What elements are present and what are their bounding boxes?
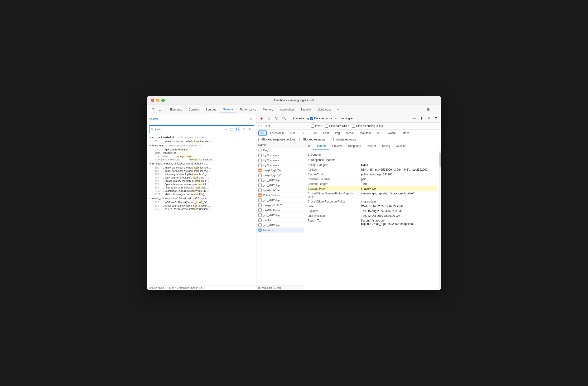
blocked-requests-checkbox[interactable] [299,138,302,141]
network-item-10[interactable]: gen_204?atyp... [256,198,304,203]
type-tab-js[interactable]: JS [311,130,320,136]
blocked-requests-label[interactable]: Blocked requests [299,138,325,141]
filter-button[interactable] [273,115,280,121]
network-settings-icon[interactable]: ⚙ [433,115,439,121]
disable-cache-checkbox[interactable] [310,117,313,120]
minimize-button[interactable] [156,99,160,102]
network-item-favicon[interactable]: G favicon.ico [256,228,304,233]
search-network-button[interactable]: 🔍 [281,115,287,121]
result-line[interactable]: 450 ...mark canonical cite help icon lic… [151,166,256,169]
type-tab-ws[interactable]: WS [374,130,384,136]
tab-sources[interactable]: Sources [203,107,219,112]
inspect-element-icon[interactable]: ⬚ [149,106,156,113]
tab-application[interactable]: Application [277,107,297,112]
preserve-log-label[interactable]: Preserve log [289,117,309,120]
result-line[interactable]: x-google-scs-row-key: /favicon.ico:stati… [151,158,256,161]
network-item-14[interactable]: m=hfcr [256,218,304,223]
network-item-8[interactable]: hpba?vet=10ah... [256,188,304,193]
type-tab-doc[interactable]: Doc [288,130,298,136]
type-tab-manifest[interactable]: Manifest [357,130,373,136]
invert-label[interactable]: Invert [311,124,322,128]
result-line[interactable]: 460 ...mark canonical cite help icon lic… [151,169,256,172]
hide-extension-urls-label[interactable]: Hide extension URLs [352,124,383,128]
hide-data-urls-label[interactable]: Hide data URLs [325,124,349,128]
throttle-select[interactable]: No throttling [334,116,354,120]
network-item-1[interactable]: log?format=jso... [256,153,304,158]
result-line[interactable]: 754 ..."semantic-path-dialog.sp-icon-cli… [151,186,256,189]
type-tab-font[interactable]: Font [321,130,332,136]
hide-extension-urls-checkbox[interactable] [352,125,355,128]
tab-network[interactable]: Network [220,107,236,112]
filter-input[interactable] [264,124,304,128]
hide-data-urls-checkbox[interactable] [325,125,328,128]
clear-search-button[interactable]: ⊗ [223,127,229,132]
case-sensitive-toggle[interactable]: Aa [235,127,240,132]
more-options-icon[interactable]: ⋮ [433,106,439,113]
type-tab-img[interactable]: Img [333,130,342,136]
result-file-header-1[interactable]: ▼ cb=gapi.loaded_0 — apis.google.com/_sc… [147,135,256,140]
blocked-response-checkbox[interactable] [258,138,261,141]
tab-memory[interactable]: Memory [260,107,276,112]
tab-elements[interactable]: Elements [167,107,185,112]
settings-icon[interactable]: ⚙ [425,106,432,113]
result-file-header-4[interactable]: ▼ m=sb_wiz,aa,abd,sy12d,sytt,sytp,sy12c,… [147,196,256,201]
search-input[interactable] [155,128,222,131]
search-close-button[interactable]: ✕ [248,116,254,122]
type-tab-media[interactable]: Media [343,130,357,136]
stop-button[interactable]: ⊘ [266,115,272,121]
disable-cache-label[interactable]: Disable cache [310,117,332,120]
network-conditions-icon[interactable] [412,115,418,121]
maximize-button[interactable] [161,99,165,102]
type-tab-css[interactable]: CSS [299,130,310,136]
record-button[interactable]: ⏺ [258,115,265,121]
network-item-6[interactable]: gen_204?atyp... [256,178,304,183]
type-tab-all[interactable]: All [258,130,267,136]
result-line[interactable]: 2151 ...d=function(a){var b=this.icon.Eb… [151,193,256,196]
detail-tab-initiator[interactable]: Initiator [364,142,379,150]
result-line[interactable]: 404 ...jpeg|jpg|png|tiff|webp|x-icon);ba… [151,204,256,207]
blocked-response-label[interactable]: Blocked response cookies [258,138,295,141]
result-line[interactable]: 750 ..."place-history-moment.sp-icon-cli… [151,183,256,186]
network-item-5[interactable]: m=syv9,syv8,V... [256,173,304,178]
network-item-4[interactable]: XHR m=syk7,sylc?xj... [256,168,304,173]
invert-checkbox[interactable] [311,125,314,128]
response-headers-section-header[interactable]: ▼ Response Headers [308,157,437,163]
result-line[interactable]: 729 ...ivity-segment-tooltip.sp-icon-cli… [151,176,256,179]
tab-lighthouse[interactable]: Lighthouse [315,107,335,112]
result-line[interactable]: URL ...gle.com/favicon.ico [151,148,256,151]
type-tab-other[interactable]: Other [399,130,412,136]
network-item-9[interactable]: XHR RotateCookies... [256,193,304,198]
detail-tab-headers[interactable]: Headers [313,142,329,150]
result-line[interactable]: 955 ...is,6});_.fs.prototype.getIcon=fun… [151,207,256,211]
close-button[interactable] [151,99,154,102]
network-item-13[interactable]: gen_204?atyp... [256,213,304,218]
regex-toggle[interactable]: (.*) [229,127,234,132]
network-item-12[interactable]: m=kMFpHd,sy... [256,208,304,213]
result-line[interactable]: content-type: image/x-icon [151,154,256,158]
network-item-3[interactable]: log?format=jso... [256,163,304,168]
detail-tab-response[interactable]: Response [345,142,364,150]
network-item-11[interactable]: m=syg9,aLUfP?... [256,203,304,208]
network-item-7[interactable]: gen_204?atyp... [256,183,304,188]
detail-tab-timing[interactable]: Timing [379,142,393,150]
result-line[interactable]: 729 ...ivity-segment-tooltip.hl-icon-cli… [151,172,256,176]
third-party-label[interactable]: 3rd-party requests [329,138,356,141]
result-line[interactable]: :path /favicon.ico [151,151,256,154]
details-close-button[interactable]: ✕ [306,143,312,149]
tab-security[interactable]: Security [297,107,314,112]
result-line[interactable]: 80 ...mark canonical cite help icon lice… [151,140,256,143]
detail-tab-cookies[interactable]: Cookies [393,142,409,150]
download-icon[interactable]: ⬇ [426,115,432,121]
result-line[interactable]: 2150 ...s.getRoot().el(),a);this.icon=th… [151,189,256,193]
tab-console[interactable]: Console [186,107,202,112]
third-party-checkbox[interactable] [329,138,332,141]
result-line[interactable]: 117 ...nDReve"));Bw.set("select_icon",_J… [151,201,256,204]
more-tabs-button[interactable]: ›› [335,107,341,112]
tab-performance[interactable]: Performance [237,107,259,112]
upload-icon[interactable]: ⬆ [419,115,425,121]
network-item-2[interactable]: log?format=jso... [256,158,304,163]
result-file-header-2[interactable]: ▼ favicon.ico — www.google.com/favicon.i… [147,143,256,148]
detail-tab-preview[interactable]: Preview [329,142,345,150]
result-file-header-3[interactable]: ▼ m=cdos,hsm,jsa,mb4ZUb,d,csi,cEt90b,SNU… [147,161,256,166]
scrollbar-thumb[interactable] [440,152,441,167]
